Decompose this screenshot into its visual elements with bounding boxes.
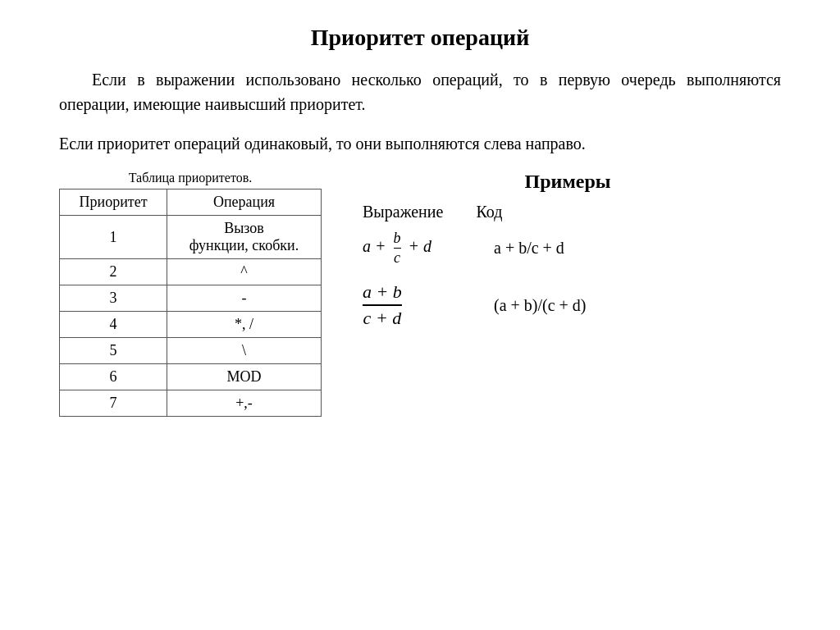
table-row: 4*, / <box>60 312 322 338</box>
cell-operation-4: \ <box>167 338 322 364</box>
col-expression-label: Выражение <box>363 203 443 221</box>
cell-priority-4: 5 <box>60 338 167 364</box>
table-row: 1Вызовфункции, скобки. <box>60 216 322 259</box>
examples-title: Примеры <box>354 171 781 193</box>
examples-header: Выражение Код <box>354 203 781 221</box>
col-priority-header: Приоритет <box>60 189 167 216</box>
cell-priority-2: 3 <box>60 285 167 312</box>
table-header-row: Приоритет Операция <box>60 189 322 216</box>
table-row: 5\ <box>60 338 322 364</box>
expr1-numerator: b <box>394 230 401 249</box>
table-caption: Таблица приоритетов. <box>59 171 322 185</box>
cell-priority-1: 2 <box>60 259 167 285</box>
col-code-label: Код <box>476 203 502 221</box>
cell-operation-1: ^ <box>167 259 322 285</box>
expr1-denominator: c <box>394 249 400 267</box>
expr1-frac: b c <box>394 230 401 267</box>
col-operation-header: Операция <box>167 189 322 216</box>
cell-operation-2: - <box>167 285 322 312</box>
table-row: 3- <box>60 285 322 312</box>
cell-operation-0: Вызовфункции, скобки. <box>167 216 322 259</box>
cell-operation-5: MOD <box>167 364 322 390</box>
cell-operation-6: +,- <box>167 390 322 417</box>
table-row: 2^ <box>60 259 322 285</box>
paragraph-1: Если в выражении использовано несколько … <box>59 67 781 116</box>
paragraph-2: Если приоритет операций одинаковый, то о… <box>59 131 781 156</box>
example-row-2: a + b c + d (a + b)/(c + d) <box>354 281 781 329</box>
content-area: Таблица приоритетов. Приоритет Операция … <box>59 171 781 417</box>
expr1-d: + d <box>409 237 432 255</box>
code-1: a + b/c + d <box>494 239 564 258</box>
cell-priority-3: 4 <box>60 312 167 338</box>
cell-priority-0: 1 <box>60 216 167 259</box>
expression-2: a + b c + d <box>363 281 477 329</box>
table-row: 6MOD <box>60 364 322 390</box>
priority-table: Приоритет Операция 1Вызовфункции, скобки… <box>59 189 322 417</box>
cell-priority-6: 7 <box>60 390 167 417</box>
expr2-denominator: c + d <box>363 306 402 329</box>
examples-section: Примеры Выражение Код a + b c + d a + b/… <box>346 171 781 329</box>
code-2: (a + b)/(c + d) <box>494 296 587 315</box>
cell-priority-5: 6 <box>60 364 167 390</box>
table-row: 7+,- <box>60 390 322 417</box>
cell-operation-3: *, / <box>167 312 322 338</box>
expr2-frac: a + b c + d <box>363 281 402 329</box>
page-title: Приоритет операций <box>59 25 781 51</box>
table-section: Таблица приоритетов. Приоритет Операция … <box>59 171 322 417</box>
example-row-1: a + b c + d a + b/c + d <box>354 230 781 267</box>
page: Приоритет операций Если в выражении испо… <box>26 0 814 433</box>
expr1-a: a + <box>363 237 390 255</box>
expression-1: a + b c + d <box>363 230 477 267</box>
expr2-numerator: a + b <box>363 281 402 306</box>
